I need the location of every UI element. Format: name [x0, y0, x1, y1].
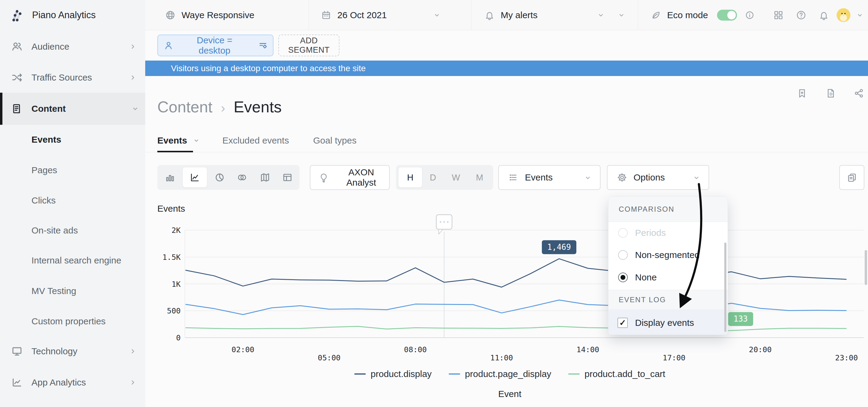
- checkbox-checked-icon: ✓: [618, 318, 628, 328]
- granularity-day[interactable]: D: [424, 165, 442, 190]
- svg-text:05:00: 05:00: [318, 353, 340, 362]
- sidebar-subitem-custom-properties[interactable]: Custom properties: [0, 306, 145, 337]
- sidebar-subitem-events[interactable]: Events: [0, 124, 145, 155]
- sidebar-item-technology[interactable]: Technology: [0, 336, 145, 367]
- legend-swatch: [354, 373, 366, 375]
- add-segment-button[interactable]: ADD SEGMENT: [278, 34, 339, 56]
- sidebar-subitem-label: Custom properties: [31, 316, 105, 326]
- events-chart[interactable]: 05001K1.5K2K02:0005:0008:0011:0014:0017:…: [153, 210, 867, 367]
- apps-grid-icon[interactable]: [773, 10, 784, 21]
- legend-item-product-display[interactable]: product.display: [354, 369, 432, 379]
- sidebar-item-content[interactable]: Content: [0, 93, 148, 125]
- document-icon: [11, 103, 23, 115]
- dropdown-scrollbar[interactable]: [724, 242, 726, 332]
- options-dropdown-button[interactable]: Options: [607, 165, 709, 190]
- chart-x-axis-title: Event: [153, 389, 867, 399]
- leaf-icon: [650, 10, 661, 21]
- radio-selected-icon: [618, 272, 628, 282]
- chevron-down-icon[interactable]: [856, 11, 864, 19]
- page-scrollbar[interactable]: [865, 250, 867, 285]
- share-icon[interactable]: [853, 88, 865, 99]
- svg-text:23:00: 23:00: [835, 353, 858, 362]
- divider: [471, 0, 471, 30]
- legend-item-product-add-to-cart[interactable]: product.add_to_cart: [568, 369, 665, 379]
- tab-excluded-events[interactable]: Excluded events: [222, 129, 289, 152]
- svg-text:1,469: 1,469: [547, 242, 571, 252]
- breadcrumb-section[interactable]: Content: [157, 98, 212, 116]
- filter-settings-icon[interactable]: [258, 40, 268, 51]
- tab-events[interactable]: Events: [157, 129, 200, 152]
- sidebar-item-audience[interactable]: Audience: [0, 31, 145, 62]
- notifications-bell-icon[interactable]: [818, 10, 829, 21]
- granularity-week[interactable]: W: [447, 165, 465, 190]
- svg-text:133: 133: [734, 314, 748, 323]
- user-icon: [163, 40, 174, 51]
- bookmark-star-icon[interactable]: [796, 88, 808, 99]
- option-non-segmented[interactable]: Non-segmented: [609, 244, 728, 266]
- calendar-icon: [321, 10, 332, 21]
- toggle-knob: [727, 11, 736, 19]
- sidebar-subitem-label: Clicks: [31, 195, 56, 206]
- line-chart-icon[interactable]: [189, 172, 200, 183]
- option-label: Display events: [635, 318, 694, 328]
- pie-chart-icon[interactable]: [214, 172, 225, 183]
- options-label: Options: [633, 166, 665, 189]
- option-label: Non-segmented: [635, 250, 700, 260]
- info-icon[interactable]: [745, 10, 754, 20]
- user-avatar[interactable]: [837, 8, 850, 22]
- avatar-image: [837, 8, 850, 22]
- table-icon[interactable]: [282, 172, 293, 183]
- svg-text:14:00: 14:00: [576, 345, 599, 354]
- sidebar-subitem-mv-testing[interactable]: MV Testing: [0, 276, 145, 306]
- svg-text:2K: 2K: [172, 226, 181, 235]
- svg-text:17:00: 17:00: [662, 353, 685, 362]
- legend-label: product.add_to_cart: [585, 369, 665, 379]
- copy-report-button[interactable]: [839, 165, 864, 190]
- breadcrumb: Content › Events: [157, 98, 282, 116]
- metric-dropdown[interactable]: Events: [498, 165, 600, 190]
- granularity-hour[interactable]: H: [401, 165, 419, 190]
- topbar: Waye Responsive 26 Oct 2021 My alerts Ec…: [145, 0, 868, 30]
- sidebar-subitem-onsite-ads[interactable]: On-site ads: [0, 215, 145, 245]
- sidebar-item-app-analytics[interactable]: App Analytics: [0, 367, 145, 398]
- app-logo[interactable]: Piano Analytics: [0, 0, 145, 30]
- option-display-events[interactable]: ✓ Display events: [609, 310, 728, 335]
- shuffle-icon: [11, 71, 23, 84]
- sidebar-subitem-label: MV Testing: [31, 286, 76, 296]
- options-section-comparison: COMPARISON: [609, 197, 728, 222]
- chevron-right-icon: [128, 378, 137, 387]
- chart-type-switcher: [157, 165, 300, 190]
- svg-text:20:00: 20:00: [749, 345, 772, 354]
- sidebar-item-label: Technology: [31, 346, 78, 356]
- section-title: EVENT LOG: [619, 296, 666, 304]
- bar-chart-icon[interactable]: [164, 172, 176, 183]
- venn-diagram-icon[interactable]: [237, 172, 247, 183]
- legend-item-product-page-display[interactable]: product.page_display: [449, 369, 551, 379]
- sidebar-item-label: Content: [31, 104, 66, 114]
- option-none[interactable]: None: [609, 266, 728, 288]
- segment-chip-device-desktop[interactable]: Device = desktop: [157, 34, 274, 56]
- granularity-month[interactable]: M: [470, 165, 489, 190]
- metric-label: Events: [525, 166, 553, 189]
- help-icon[interactable]: [796, 10, 807, 21]
- segment-label: Device = desktop: [180, 35, 249, 56]
- breadcrumb-separator: ›: [221, 101, 225, 115]
- tab-label: Excluded events: [222, 135, 289, 146]
- eco-mode-label: Eco mode: [667, 0, 708, 30]
- tab-bar: Events Excluded events Goal types: [145, 129, 868, 152]
- list-icon: [508, 172, 518, 183]
- sidebar-item-traffic-sources[interactable]: Traffic Sources: [0, 62, 145, 93]
- tab-goal-types[interactable]: Goal types: [313, 129, 356, 152]
- lightbulb-icon: [318, 172, 329, 183]
- sidebar-subitem-internal-search[interactable]: Internal search engine: [0, 245, 145, 275]
- eco-mode-toggle[interactable]: [717, 10, 737, 21]
- sidebar-subitem-pages[interactable]: Pages: [0, 155, 145, 185]
- map-icon[interactable]: [259, 172, 271, 183]
- chevron-down-icon: [192, 137, 200, 144]
- report-doc-icon[interactable]: D: [825, 88, 837, 99]
- copy-icon: [846, 172, 858, 183]
- sidebar-subitem-label: On-site ads: [31, 225, 78, 236]
- svg-text:D: D: [830, 92, 833, 96]
- axon-analyst-button[interactable]: AXON Analyst: [310, 165, 390, 190]
- sidebar-subitem-clicks[interactable]: Clicks: [0, 185, 145, 215]
